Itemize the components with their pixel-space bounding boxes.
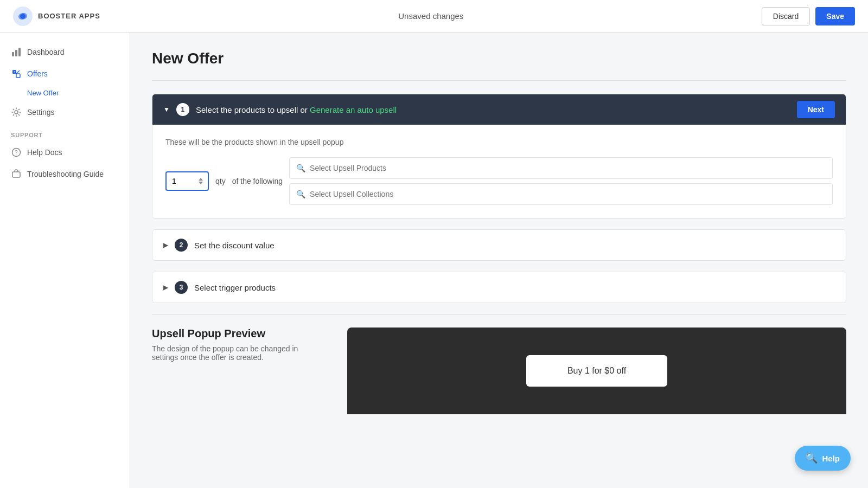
step-1-next-button[interactable]: Next — [797, 101, 835, 118]
step-3-panel: ▶ 3 Select trigger products — [152, 272, 846, 303]
sidebar-troubleshooting-label: Troubleshooting Guide — [27, 170, 104, 178]
page-title: New Offer — [152, 50, 846, 67]
topbar: BOOSTER APPS Unsaved changes Discard Sav… — [0, 0, 868, 33]
logo: BOOSTER APPS — [13, 7, 100, 26]
unsaved-changes-label: Unsaved changes — [398, 11, 463, 21]
search-inputs: 🔍 🔍 — [289, 157, 833, 205]
sidebar-item-settings[interactable]: Settings — [0, 101, 130, 123]
sidebar-new-offer-label: New Offer — [27, 89, 59, 97]
chart-icon — [11, 47, 22, 57]
qty-row: qty of the following 🔍 🔍 — [165, 157, 833, 205]
svg-text:?: ? — [15, 150, 18, 156]
sidebar-item-dashboard[interactable]: Dashboard — [0, 41, 130, 63]
sidebar-offers-label: Offers — [27, 69, 48, 78]
main-content: New Offer ▼ 1 Select the products to ups… — [130, 33, 868, 488]
collections-search-icon: 🔍 — [296, 190, 305, 198]
collections-search-field[interactable]: 🔍 — [289, 183, 833, 205]
step-2-badge: 2 — [175, 239, 188, 252]
question-icon: ? — [11, 147, 22, 158]
save-button[interactable]: Save — [815, 7, 855, 25]
plugin-icon — [11, 169, 22, 179]
svg-rect-7 — [16, 74, 20, 78]
step-3-title: Select trigger products — [194, 283, 835, 292]
step-3-chevron-icon: ▶ — [163, 284, 168, 291]
qty-input[interactable] — [165, 171, 209, 191]
step-1-body: These will be the products shown in the … — [152, 125, 846, 218]
step-2-panel: ▶ 2 Set the discount value — [152, 229, 846, 261]
svg-point-8 — [15, 111, 18, 114]
sidebar-dashboard-label: Dashboard — [27, 48, 65, 56]
step-2-header[interactable]: ▶ 2 Set the discount value — [152, 230, 846, 260]
svg-rect-4 — [18, 48, 21, 56]
help-search-icon: 🔍 — [806, 452, 818, 464]
popup-preview-text: Buy 1 for $0 off — [567, 366, 626, 375]
title-divider — [152, 80, 846, 81]
auto-upsell-link[interactable]: Generate an auto upsell — [310, 105, 397, 114]
gear-icon — [11, 107, 22, 118]
products-search-input[interactable] — [310, 164, 826, 172]
layout: Dashboard Offers New Offer Settings SUPP… — [0, 33, 868, 488]
sidebar: Dashboard Offers New Offer Settings SUPP… — [0, 33, 130, 488]
products-search-icon: 🔍 — [296, 164, 305, 172]
help-button-label: Help — [822, 454, 840, 463]
sidebar-item-help-docs[interactable]: ? Help Docs — [0, 142, 130, 163]
step-1-badge: 1 — [176, 103, 189, 116]
sidebar-help-label: Help Docs — [27, 148, 62, 157]
step-1-description: These will be the products shown in the … — [165, 138, 833, 146]
sidebar-item-troubleshooting[interactable]: Troubleshooting Guide — [0, 163, 130, 185]
sidebar-item-offers[interactable]: Offers — [0, 63, 130, 85]
step-2-title: Set the discount value — [194, 241, 835, 250]
svg-point-1 — [20, 14, 25, 19]
step-2-chevron-icon: ▶ — [163, 241, 168, 249]
logo-text: BOOSTER APPS — [38, 12, 100, 20]
sidebar-item-new-offer[interactable]: New Offer — [0, 85, 130, 101]
preview-text: Upsell Popup Preview The design of the p… — [152, 328, 326, 414]
bottom-divider — [152, 314, 846, 314]
svg-rect-2 — [12, 52, 14, 56]
step-1-title: Select the products to upsell or Generat… — [196, 105, 790, 114]
popup-preview-container: Buy 1 for $0 off — [347, 328, 846, 414]
collections-search-input[interactable] — [310, 190, 826, 198]
sidebar-settings-label: Settings — [27, 108, 55, 117]
discard-button[interactable]: Discard — [762, 7, 810, 25]
svg-point-6 — [14, 72, 15, 73]
step-3-header[interactable]: ▶ 3 Select trigger products — [152, 272, 846, 303]
popup-preview-inner: Buy 1 for $0 off — [526, 355, 667, 387]
of-label: of the following — [232, 177, 283, 185]
step-3-badge: 3 — [175, 281, 188, 294]
step-1-panel: ▼ 1 Select the products to upsell or Gen… — [152, 94, 846, 219]
preview-section: Upsell Popup Preview The design of the p… — [152, 328, 846, 414]
qty-label: qty — [215, 177, 226, 185]
step-1-chevron-icon: ▼ — [163, 106, 170, 113]
step-1-header[interactable]: ▼ 1 Select the products to upsell or Gen… — [152, 94, 846, 125]
preview-title: Upsell Popup Preview — [152, 328, 326, 340]
help-button[interactable]: 🔍 Help — [795, 446, 851, 471]
svg-rect-3 — [15, 50, 17, 56]
products-search-field[interactable]: 🔍 — [289, 157, 833, 179]
topbar-actions: Discard Save — [762, 7, 855, 25]
support-section-label: SUPPORT — [0, 123, 130, 142]
logo-icon — [13, 7, 33, 26]
svg-rect-11 — [12, 172, 20, 177]
preview-description: The design of the popup can be changed i… — [152, 344, 326, 362]
tag-icon — [11, 68, 22, 79]
